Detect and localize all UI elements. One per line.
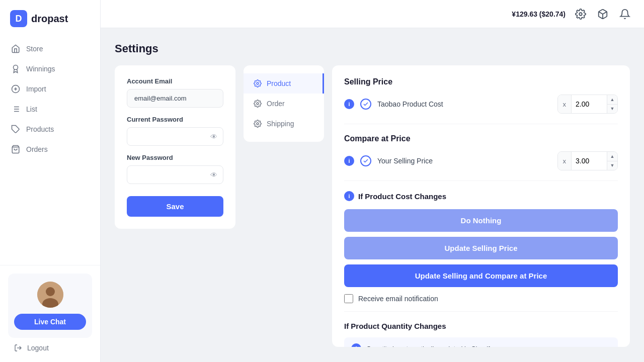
- logo: D dropast: [0, 0, 100, 39]
- selling-price-down[interactable]: ▼: [607, 105, 617, 114]
- selling-price-input-wrap: x ▲ ▼: [557, 95, 618, 114]
- email-notification-row: Receive email notification: [344, 294, 618, 303]
- do-nothing-button[interactable]: Do Nothing: [344, 209, 618, 232]
- products-icon: [11, 125, 20, 134]
- save-button[interactable]: Save: [127, 196, 223, 217]
- tab-order-label: Order: [267, 100, 285, 108]
- tab-product-label: Product: [267, 79, 291, 87]
- avatar-image: [37, 282, 63, 308]
- eye-icon-new[interactable]: 👁: [210, 171, 217, 179]
- notifications-icon[interactable]: [618, 7, 632, 21]
- logo-icon: D: [10, 10, 27, 27]
- svg-point-20: [257, 123, 259, 125]
- svg-point-16: [579, 13, 582, 16]
- tab-order[interactable]: Order: [244, 94, 324, 114]
- live-chat-card: Live Chat: [8, 274, 92, 338]
- cost-changes-info-icon: i: [344, 191, 354, 201]
- current-password-wrap: 👁: [127, 127, 223, 146]
- email-notification-checkbox[interactable]: [344, 294, 353, 303]
- email-label: Account Email: [127, 77, 223, 85]
- svg-point-13: [46, 287, 55, 296]
- quantity-info-row: i Quantity is automatically updated in S…: [344, 337, 618, 347]
- eye-icon-current[interactable]: 👁: [210, 133, 217, 141]
- tab-product[interactable]: Product: [244, 73, 324, 94]
- compare-price-input-wrap: x ▲ ▼: [557, 151, 618, 170]
- sidebar-item-winnings[interactable]: Winnings: [5, 59, 95, 78]
- divider-1: [344, 124, 618, 124]
- logout-item[interactable]: Logout: [8, 338, 92, 354]
- settings-tabs-card: Product Order Shipping: [244, 65, 324, 142]
- update-selling-button[interactable]: Update Selling Price: [344, 237, 618, 259]
- divider-3: [344, 311, 618, 312]
- sidebar-item-products-label: Products: [26, 125, 54, 133]
- sidebar-item-products[interactable]: Products: [5, 120, 95, 139]
- box-icon[interactable]: [596, 7, 610, 21]
- logout-label: Logout: [27, 344, 49, 352]
- compare-price-info-icon: i: [344, 156, 354, 166]
- store-icon: [11, 44, 20, 53]
- settings-layout: Account Email Current Password 👁 New Pas…: [115, 65, 630, 347]
- divider-2: [344, 180, 618, 181]
- selling-price-x: x: [558, 95, 572, 113]
- current-password-input[interactable]: [127, 127, 223, 146]
- new-password-group: New Password 👁: [127, 154, 223, 184]
- tab-shipping-label: Shipping: [267, 120, 294, 128]
- current-password-group: Current Password 👁: [127, 116, 223, 146]
- new-password-wrap: 👁: [127, 165, 223, 184]
- update-selling-compare-button[interactable]: Update Selling and Compare at Price: [344, 264, 618, 287]
- email-input[interactable]: [127, 89, 223, 108]
- sidebar-item-store[interactable]: Store: [5, 39, 95, 58]
- quantity-info-text: Quantity is automatically updated in Sho…: [366, 345, 493, 347]
- main: ¥129.63 ($20.74) Settings Account Email …: [101, 0, 644, 362]
- product-tab-icon: [254, 79, 262, 87]
- if-cost-changes-label: If Product Cost Changes: [358, 192, 446, 201]
- topbar: ¥129.63 ($20.74): [101, 0, 644, 28]
- sidebar-item-import[interactable]: Import: [5, 79, 95, 99]
- compare-price-check-icon: [360, 155, 371, 166]
- quantity-info-icon: i: [351, 343, 361, 347]
- sidebar-item-list[interactable]: List: [5, 100, 95, 119]
- tab-shipping[interactable]: Shipping: [244, 114, 324, 134]
- sidebar: D dropast Store Winnings Import List Pro…: [0, 0, 101, 362]
- winnings-icon: [11, 64, 20, 73]
- live-chat-button[interactable]: Live Chat: [14, 314, 86, 330]
- balance-display: ¥129.63 ($20.74): [512, 10, 566, 18]
- compare-price-row: i Your Selling Price x ▲ ▼: [344, 151, 618, 170]
- logout-icon: [14, 344, 22, 352]
- selling-price-title: Selling Price: [344, 77, 618, 86]
- svg-point-0: [14, 65, 18, 70]
- shipping-tab-icon: [254, 120, 262, 128]
- selling-price-source-label: Taobao Product Cost: [377, 100, 551, 108]
- selling-price-info-icon: i: [344, 99, 354, 109]
- settings-icon[interactable]: [574, 7, 588, 21]
- sidebar-item-orders[interactable]: Orders: [5, 140, 95, 159]
- compare-price-down[interactable]: ▼: [607, 161, 617, 170]
- compare-price-x: x: [558, 152, 572, 170]
- svg-point-19: [257, 103, 259, 105]
- compare-price-input[interactable]: [572, 157, 607, 165]
- sidebar-nav: Store Winnings Import List Products Orde…: [0, 39, 100, 265]
- email-notification-label: Receive email notification: [358, 295, 438, 303]
- sidebar-item-import-label: Import: [26, 85, 46, 93]
- email-group: Account Email: [127, 77, 223, 108]
- new-password-label: New Password: [127, 154, 223, 161]
- order-tab-icon: [254, 100, 262, 108]
- selling-price-check-icon: [360, 99, 371, 110]
- sidebar-item-orders-label: Orders: [26, 145, 48, 153]
- selling-price-row: i Taobao Product Cost x ▲ ▼: [344, 95, 618, 114]
- avatar: [37, 282, 63, 308]
- selling-price-up[interactable]: ▲: [607, 95, 617, 105]
- import-icon: [11, 84, 20, 94]
- sidebar-item-store-label: Store: [26, 45, 43, 53]
- if-cost-changes-title: i If Product Cost Changes: [344, 191, 618, 201]
- selling-price-input[interactable]: [572, 100, 607, 108]
- compare-price-source-label: Your Selling Price: [377, 157, 551, 165]
- compare-price-up[interactable]: ▲: [607, 152, 617, 161]
- new-password-input[interactable]: [127, 165, 223, 184]
- compare-price-title: Compare at Price: [344, 134, 618, 143]
- list-icon: [11, 105, 20, 114]
- svg-point-18: [257, 82, 259, 84]
- logo-text: dropast: [31, 13, 68, 25]
- sidebar-item-list-label: List: [26, 105, 37, 113]
- quantity-section-title: If Product Quantity Changes: [344, 322, 618, 330]
